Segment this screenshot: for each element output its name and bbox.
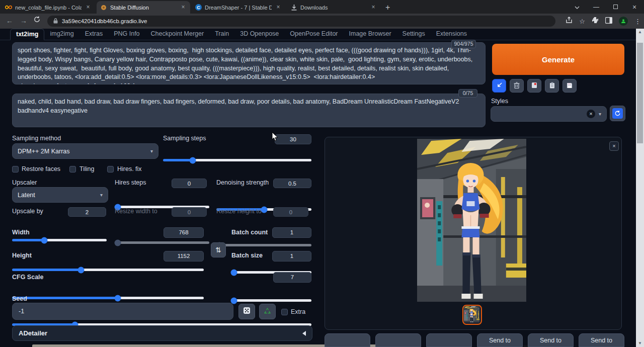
prompt-input[interactable]: sport shoes, fighter, fight, fight Glove… — [12, 42, 486, 84]
bookmark-star-icon[interactable]: ☆ — [579, 18, 585, 25]
tab-3d-openpose[interactable]: 3D Openpose — [234, 29, 284, 40]
extra-networks-button[interactable] — [527, 79, 541, 93]
tab-search-chevron-icon[interactable] — [568, 4, 587, 11]
cfg-scale-label: CFG Scale — [12, 274, 44, 281]
tab-close-icon[interactable]: × — [275, 4, 282, 11]
button-label: Send to — [591, 337, 612, 344]
resize-width-label: Resize width to — [115, 208, 157, 215]
sampling-steps-slider[interactable] — [163, 159, 311, 161]
maximize-button[interactable] — [606, 4, 625, 11]
batch-size-value[interactable]: 1 — [272, 251, 311, 262]
tab-txt2img[interactable]: txt2img — [10, 29, 44, 40]
swap-width-height-button[interactable]: ⇅ — [211, 242, 226, 257]
restore-faces-checkbox[interactable] — [12, 166, 19, 172]
upscale-by-value[interactable]: 2 — [68, 207, 106, 217]
share-icon[interactable] — [566, 17, 573, 26]
tiling-checkbox[interactable] — [69, 166, 76, 172]
upscale-by-slider[interactable] — [12, 239, 107, 241]
window-controls: — × — [568, 0, 644, 14]
browser-tab-downloads[interactable]: Downloads × — [287, 1, 380, 14]
resize-width-value: 0 — [172, 207, 207, 217]
clipboard-icon — [549, 81, 555, 91]
tab-title: Stable Diffusion — [110, 5, 177, 11]
browser-window: new_colab_file.ipynb - Colaborat × Stabl… — [0, 0, 644, 347]
browser-tab-colab[interactable]: new_colab_file.ipynb - Colaborat × — [2, 1, 95, 14]
random-seed-button[interactable] — [238, 304, 255, 319]
height-label: Height — [12, 252, 32, 259]
gallery-thumbnail-selected[interactable] — [462, 305, 482, 325]
adetailer-accordion[interactable]: ADetailer — [12, 325, 312, 341]
close-window-button[interactable]: × — [625, 3, 644, 11]
send-to-extras-button[interactable]: Send to — [579, 333, 624, 347]
side-panel-icon[interactable] — [605, 17, 612, 26]
browser-tab-stable-diffusion[interactable]: Stable Diffusion × — [97, 1, 190, 14]
styles-dropdown[interactable]: × ▾ — [491, 106, 607, 122]
batch-size-slider[interactable] — [231, 299, 311, 302]
stable-diffusion-webui: txt2img img2img Extras PNG Info Checkpoi… — [0, 29, 636, 347]
generated-image[interactable] — [417, 139, 526, 302]
url-bar[interactable]: 3a59ec42041dbb46cb.gradio.live — [47, 16, 555, 27]
seed-input[interactable]: -1 — [12, 303, 233, 320]
extensions-puzzle-icon[interactable] — [592, 17, 599, 26]
send-to-img2img-button[interactable]: Send to — [477, 333, 523, 347]
tab-checkpoint-merger[interactable]: Checkpoint Merger — [145, 29, 210, 40]
scroll-down-icon[interactable]: ▼ — [636, 340, 644, 347]
tab-openpose-editor[interactable]: OpenPose Editor — [284, 29, 343, 40]
width-value[interactable]: 768 — [164, 227, 204, 238]
page-scrollbar[interactable]: ▲ ▼ — [636, 29, 644, 347]
negative-prompt-input[interactable]: naked, child, bad hand, bad draw, bad dr… — [12, 94, 486, 127]
tab-image-browser[interactable]: Image Browser — [344, 29, 397, 40]
new-tab-button[interactable]: + — [380, 1, 395, 14]
save-style-button[interactable] — [562, 79, 577, 93]
clear-styles-icon[interactable]: × — [587, 110, 595, 118]
paste-generation-params-button[interactable] — [492, 79, 506, 93]
prompt-tool-row — [492, 79, 577, 93]
height-slider[interactable] — [12, 297, 204, 299]
clear-prompt-button[interactable] — [510, 79, 524, 93]
menu-dots-icon[interactable]: ⋮ — [634, 18, 641, 25]
scrollbar-thumb[interactable] — [637, 43, 643, 143]
tab-train[interactable]: Train — [209, 29, 234, 40]
apply-styles-button[interactable] — [545, 79, 559, 93]
height-value[interactable]: 1152 — [164, 251, 204, 262]
generate-button[interactable]: Generate — [492, 44, 624, 75]
reuse-seed-button[interactable] — [259, 304, 276, 319]
sampling-method-dropdown[interactable]: DPM++ 2M Karras ▾ — [12, 143, 158, 159]
minimize-button[interactable]: — — [587, 4, 606, 11]
url-text: 3a59ec42041dbb46cb.gradio.live — [62, 18, 147, 24]
denoising-strength-value[interactable]: 0.5 — [273, 179, 311, 188]
close-preview-button[interactable]: × — [609, 141, 619, 151]
refresh-styles-button[interactable] — [610, 106, 625, 121]
resize-height-value: 0 — [273, 207, 308, 217]
send-to-inpaint-button[interactable]: Send to — [528, 333, 574, 347]
output-button-1[interactable] — [325, 333, 370, 347]
tab-img2img[interactable]: img2img — [44, 29, 79, 40]
batch-count-value[interactable]: 1 — [272, 227, 311, 238]
tab-settings[interactable]: Settings — [397, 29, 431, 40]
output-button-3[interactable] — [426, 333, 472, 347]
styles-label: Styles — [491, 98, 508, 105]
upscaler-dropdown[interactable]: Latent ▾ — [12, 187, 108, 203]
back-button[interactable]: ← — [6, 17, 13, 25]
forward-button[interactable]: → — [20, 17, 27, 25]
reload-button[interactable] — [33, 16, 41, 25]
scroll-up-icon[interactable]: ▲ — [636, 29, 644, 36]
tab-close-icon[interactable]: × — [85, 4, 92, 11]
profile-avatar[interactable] — [619, 17, 628, 26]
hires-fix-checkbox[interactable] — [107, 166, 114, 172]
sampling-steps-value[interactable]: 30 — [275, 134, 311, 144]
tab-close-icon[interactable]: × — [370, 4, 377, 11]
thumbnail-image — [464, 306, 479, 322]
tab-extras[interactable]: Extras — [79, 29, 108, 40]
tab-extensions[interactable]: Extensions — [431, 29, 472, 40]
browser-tab-civitai[interactable]: C DreamShaper - 7 | Stable Diffusio × — [192, 1, 285, 14]
width-slider[interactable] — [12, 269, 204, 271]
tab-png-info[interactable]: PNG Info — [108, 29, 145, 40]
output-button-2[interactable] — [375, 333, 421, 347]
seed-extra-checkbox[interactable] — [281, 309, 288, 315]
tab-close-icon[interactable]: × — [180, 4, 187, 11]
cfg-scale-value[interactable]: 7 — [273, 272, 311, 283]
hires-fix-label: Hires. fix — [117, 165, 142, 172]
upscale-by-label: Upscale by — [12, 208, 43, 215]
hires-steps-value[interactable]: 0 — [172, 179, 207, 188]
